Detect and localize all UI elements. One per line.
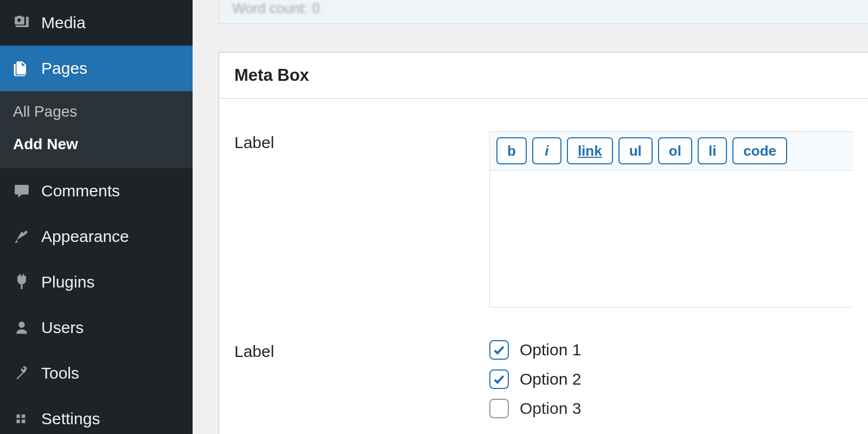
checkbox-option-label: Option 3 (520, 399, 581, 418)
users-icon (11, 317, 33, 339)
sidebar-item-label: Tools (41, 364, 79, 382)
checkbox-icon (489, 399, 509, 418)
field-label: Label (234, 340, 489, 361)
checkbox-list: Option 1 Option 2 Option 3 (489, 340, 853, 418)
sidebar-item-label: Appearance (41, 227, 129, 246)
field-row-wysiwyg: Label b i link ul ol li code (219, 125, 868, 334)
field-row-checkbox: Label Option 1 Option 2 Opti (219, 334, 868, 418)
checkbox-icon (489, 340, 509, 360)
sidebar-item-label: Media (41, 14, 86, 32)
sidebar-item-label: Plugins (41, 273, 94, 291)
meta-box: Meta Box Label b i link ul ol li cod (219, 52, 868, 434)
settings-icon (11, 408, 33, 430)
sidebar-item-tools[interactable]: Tools (0, 350, 193, 396)
tools-icon (11, 362, 33, 384)
sidebar-item-users[interactable]: Users (0, 305, 193, 350)
sidebar-submenu-pages: All Pages Add New (0, 91, 193, 168)
qt-li-button[interactable]: li (698, 137, 727, 164)
qt-link-button[interactable]: link (567, 137, 613, 164)
qt-ol-button[interactable]: ol (658, 137, 692, 164)
meta-box-title: Meta Box (234, 66, 853, 85)
checkbox-option-label: Option 2 (520, 370, 581, 388)
sidebar-item-settings[interactable]: Settings (0, 396, 193, 430)
checkbox-option[interactable]: Option 2 (489, 369, 853, 389)
sidebar-item-label: Settings (41, 410, 100, 428)
checkbox-icon (489, 369, 509, 389)
sidebar-item-comments[interactable]: Comments (0, 168, 193, 214)
meta-box-header[interactable]: Meta Box (219, 53, 868, 99)
word-count-bar: Word count: 0 (219, 0, 868, 24)
sidebar-item-label: Comments (41, 182, 120, 200)
field-control-checkbox: Option 1 Option 2 Option 3 (489, 340, 853, 418)
meta-box-body: Label b i link ul ol li code (219, 99, 868, 434)
sidebar-item-pages[interactable]: Pages (0, 46, 193, 91)
word-count-text: Word count: 0 (232, 0, 320, 16)
quicktags-toolbar: b i link ul ol li code (490, 132, 853, 170)
sidebar-item-appearance[interactable]: Appearance (0, 214, 193, 259)
sidebar-item-media[interactable]: Media (0, 0, 193, 46)
sidebar-item-label: Pages (41, 59, 87, 78)
qt-italic-button[interactable]: i (532, 137, 561, 164)
quicktags-textarea[interactable] (490, 170, 853, 305)
main-content: Word count: 0 Meta Box Label b i link ul… (193, 0, 868, 434)
checkbox-option-label: Option 1 (520, 341, 581, 359)
field-label: Label (234, 131, 489, 152)
submenu-all-pages[interactable]: All Pages (0, 95, 193, 128)
media-icon (11, 12, 33, 34)
sidebar-item-label: Users (41, 318, 84, 337)
admin-sidebar: Media Pages All Pages Add New Comments A… (0, 0, 193, 434)
qt-bold-button[interactable]: b (496, 137, 527, 164)
plugins-icon (11, 271, 33, 293)
checkbox-option[interactable]: Option 3 (489, 399, 853, 418)
sidebar-item-plugins[interactable]: Plugins (0, 259, 193, 305)
qt-ul-button[interactable]: ul (618, 137, 653, 164)
quicktags-editor: b i link ul ol li code (489, 131, 853, 308)
comments-icon (11, 180, 33, 202)
field-control-wysiwyg: b i link ul ol li code (489, 131, 853, 308)
appearance-icon (11, 226, 33, 247)
qt-code-button[interactable]: code (732, 137, 787, 164)
submenu-add-new[interactable]: Add New (0, 128, 193, 161)
checkbox-option[interactable]: Option 1 (489, 340, 853, 360)
pages-icon (11, 58, 33, 79)
